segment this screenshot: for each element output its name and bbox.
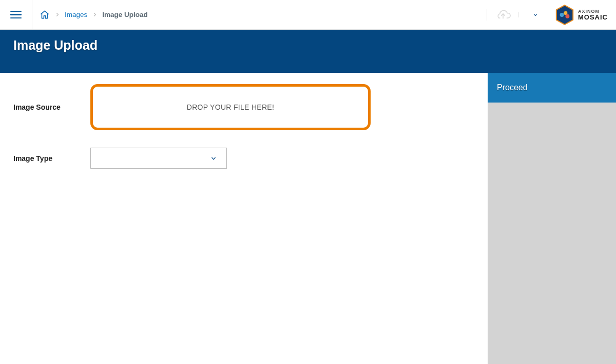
brand-text: AXINOM MOSAIC	[578, 9, 608, 21]
proceed-label: Proceed	[497, 83, 528, 92]
label-image-source: Image Source	[13, 103, 90, 111]
form-area: Image Source DROP YOUR FILE HERE! Image …	[0, 73, 488, 364]
hamburger-button[interactable]	[0, 0, 32, 29]
breadcrumb-current: Image Upload	[102, 11, 148, 18]
right-panel: Proceed	[488, 73, 616, 364]
proceed-button[interactable]: Proceed	[488, 73, 616, 103]
breadcrumb-link-images[interactable]: Images	[65, 11, 87, 18]
page-banner: Image Upload	[0, 30, 616, 73]
brand-logo[interactable]: AXINOM MOSAIC	[551, 5, 616, 25]
image-type-select[interactable]	[90, 148, 227, 169]
breadcrumb: Images Image Upload	[32, 0, 487, 29]
label-image-type: Image Type	[13, 154, 90, 163]
brand-line2: MOSAIC	[578, 14, 608, 21]
page-title: Image Upload	[13, 38, 98, 53]
home-icon[interactable]	[40, 10, 50, 19]
user-menu-toggle[interactable]	[518, 12, 551, 17]
svg-marker-0	[556, 5, 573, 25]
chevron-down-icon	[531, 12, 540, 17]
hamburger-icon	[10, 11, 22, 19]
mosaic-logo-icon	[555, 5, 574, 25]
top-bar: Images Image Upload AXINOM	[0, 0, 616, 30]
svg-point-1	[560, 13, 564, 17]
file-dropzone[interactable]: DROP YOUR FILE HERE!	[90, 84, 371, 130]
cloud-upload-icon[interactable]	[487, 9, 518, 21]
row-image-source: Image Source DROP YOUR FILE HERE!	[13, 84, 488, 130]
chevron-right-icon	[92, 11, 97, 18]
svg-point-3	[565, 14, 569, 18]
page-body: Image Source DROP YOUR FILE HERE! Image …	[0, 73, 616, 364]
chevron-down-icon	[209, 155, 218, 161]
row-image-type: Image Type	[13, 148, 488, 169]
dropzone-text: DROP YOUR FILE HERE!	[187, 103, 274, 111]
top-right: AXINOM MOSAIC	[487, 0, 616, 29]
chevron-right-icon	[55, 11, 60, 18]
